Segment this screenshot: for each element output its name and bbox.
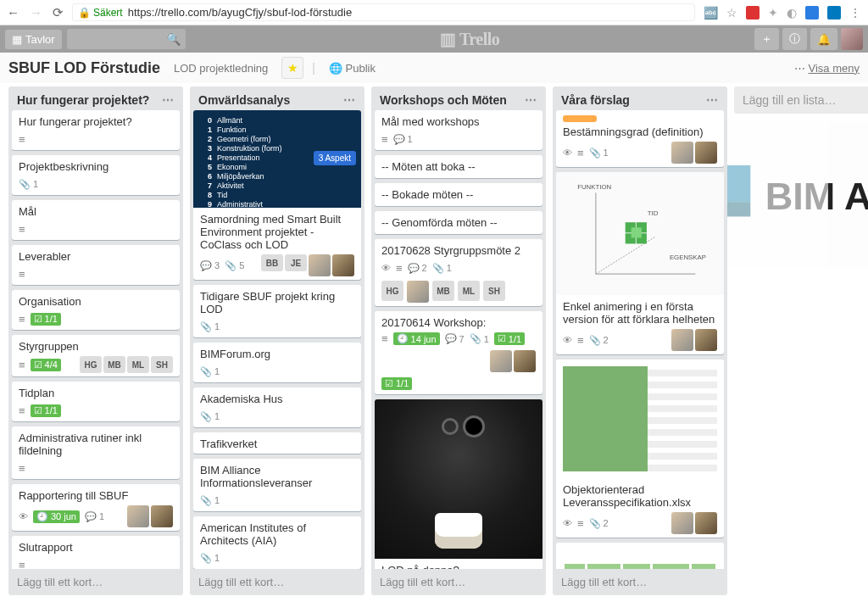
plus-icon: ＋ [761,31,772,47]
lock-icon: 🔒 [78,7,91,19]
notifications-button[interactable]: 🔔 [810,28,837,50]
trello-logo-icon: ▥ [440,30,459,48]
ext-icon-trello[interactable] [827,6,841,20]
board-team[interactable]: LOD projektledning [169,59,273,78]
star-icon[interactable]: ☆ [726,6,737,20]
board-visibility[interactable]: 🌐 Publik [324,59,381,78]
translate-icon[interactable]: 🔤 [704,6,718,20]
back-icon[interactable]: ← [7,5,19,20]
url-bar[interactable]: 🔒 Säkert https://trello.com/b/ayugCfjy/s… [72,3,695,21]
ext-icon-blue[interactable] [805,6,819,20]
info-icon: ⓘ [789,31,800,47]
globe-icon: 🌐 [329,62,342,75]
secure-label: Säkert [93,7,123,19]
board-header: SBUF LOD Förstudie LOD projektledning ★ … [0,53,868,83]
trello-logo[interactable]: ▥ Trello [191,29,749,49]
search-icon: 🔍 [166,32,181,46]
browser-extensions: 🔤 ☆ ✦ ◐ ⋮ [704,6,861,20]
boards-button[interactable]: ▦ Tavlor [5,30,62,49]
user-avatar[interactable] [841,28,863,50]
ext-icon-red[interactable] [746,6,760,20]
secure-badge: 🔒 Säkert [78,7,123,19]
info-button[interactable]: ⓘ [782,28,807,50]
reload-icon[interactable]: ⟳ [53,5,64,20]
ellipsis-icon: ⋯ [794,62,805,75]
search-input[interactable]: 🔍 [67,29,186,49]
board-title[interactable]: SBUF LOD Förstudie [8,59,160,77]
star-board-button[interactable]: ★ [281,57,303,79]
browser-menu-icon[interactable]: ⋮ [849,6,861,20]
show-menu-button[interactable]: ⋯ Visa meny [794,62,860,75]
url-text: https://trello.com/b/ayugCfjy/sbuf-lod-f… [128,6,352,19]
bell-icon: 🔔 [817,33,831,46]
create-button[interactable]: ＋ [754,28,779,50]
ext-icon-grey2[interactable]: ◐ [787,6,797,20]
browser-chrome: ← → ⟳ 🔒 Säkert https://trello.com/b/ayug… [0,0,868,25]
trello-global-header: ▦ Tavlor 🔍 ▥ Trello ＋ ⓘ 🔔 [0,25,868,53]
forward-icon[interactable]: → [30,5,42,20]
browser-nav: ← → ⟳ [7,5,64,20]
boards-icon: ▦ [12,33,22,46]
ext-icon-grey[interactable]: ✦ [768,6,778,20]
boards-button-label: Tavlor [25,33,55,46]
